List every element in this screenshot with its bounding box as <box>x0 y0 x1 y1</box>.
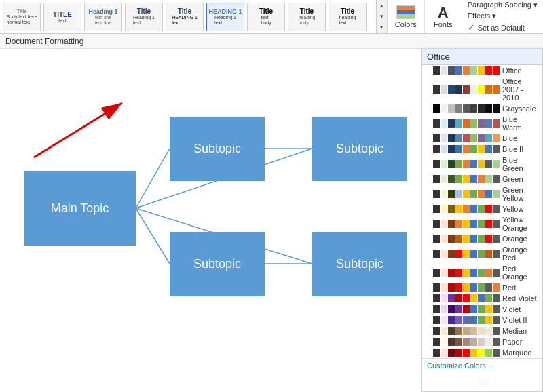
swatch <box>426 305 432 313</box>
swatch <box>493 283 500 292</box>
color-row-12[interactable]: Orange Red <box>422 244 542 263</box>
color-row-15[interactable]: Red Violet <box>422 293 542 304</box>
swatch <box>426 190 432 198</box>
colors-button[interactable]: Colors <box>387 0 424 33</box>
swatch <box>433 316 440 324</box>
effects-label: Effects ▾ <box>468 12 496 20</box>
style-title[interactable]: TITLE text <box>43 3 81 31</box>
color-row-18[interactable]: Median <box>422 326 542 336</box>
swatch <box>470 205 477 213</box>
style-title3[interactable]: Title HEADING 1text <box>166 3 204 31</box>
swatch <box>441 327 447 335</box>
swatch <box>493 349 500 357</box>
color-swatches-0 <box>426 66 500 75</box>
swatch <box>441 283 447 292</box>
style-normal[interactable]: Title Body text herenormal text <box>3 3 41 31</box>
swatch <box>448 294 455 302</box>
set-as-default-btn[interactable]: ✓ Set as Default <box>468 22 538 33</box>
color-row-4[interactable]: Blue <box>422 133 542 144</box>
color-row-14[interactable]: Red <box>422 282 542 293</box>
customize-colors-btn[interactable]: Customize Colors... <box>422 358 542 372</box>
swatch <box>463 269 470 277</box>
swatch <box>478 145 485 153</box>
color-row-8[interactable]: Green Yellow <box>422 184 542 203</box>
swatch <box>493 269 500 277</box>
subtopic3-label: Subtopic <box>193 257 241 271</box>
color-swatches-18 <box>426 327 500 335</box>
color-row-label-18: Median <box>502 327 527 335</box>
swatch <box>478 349 485 357</box>
swatch <box>493 294 500 302</box>
style-title6[interactable]: Title headingbody <box>288 3 326 31</box>
style-heading1[interactable]: Heading 1 text linetext line <box>84 3 122 31</box>
color-row-2[interactable]: Grayscale <box>422 103 542 114</box>
swatch <box>478 250 485 258</box>
subtopic1-box: Subtopic <box>170 117 265 181</box>
swatch <box>448 175 455 183</box>
swatch <box>478 190 485 198</box>
fonts-button[interactable]: A Fonts <box>424 0 462 33</box>
swatch <box>433 283 440 292</box>
swatch <box>463 119 470 128</box>
swatch <box>426 220 432 228</box>
swatch <box>493 338 500 346</box>
color-swatches-11 <box>426 235 500 243</box>
swatch <box>493 190 500 198</box>
swatch <box>448 119 455 128</box>
swatch <box>426 175 432 183</box>
swatch <box>478 85 485 94</box>
color-row-7[interactable]: Green <box>422 174 542 184</box>
color-row-label-8: Green Yellow <box>502 186 538 202</box>
color-row-label-20: Marquee <box>502 349 531 357</box>
swatch <box>463 175 470 183</box>
swatch <box>478 294 485 302</box>
gallery-scroll[interactable]: ▲ ▼ ▾ <box>376 0 387 33</box>
color-row-3[interactable]: Blue Warm <box>422 114 542 133</box>
color-row-1[interactable]: Office 2007 - 2010 <box>422 76 542 103</box>
style-gallery[interactable]: Title Body text herenormal text TITLE te… <box>0 0 376 33</box>
color-row-11[interactable]: Orange <box>422 233 542 244</box>
main-area: Main Topic Subtopic Subtopic Subtopic Su… <box>0 49 543 392</box>
subtopic2-box: Subtopic <box>312 117 407 181</box>
color-row-0[interactable]: Office <box>422 65 542 76</box>
color-row-9[interactable]: Yellow <box>422 203 542 214</box>
swatch <box>463 283 470 292</box>
color-row-19[interactable]: Paper <box>422 336 542 347</box>
swatch <box>478 220 485 228</box>
swatch <box>493 160 500 168</box>
color-row-5[interactable]: Blue II <box>422 144 542 155</box>
color-row-10[interactable]: Yellow Orange <box>422 214 542 233</box>
style-title2[interactable]: Title Heading 1text <box>125 3 163 31</box>
swatch <box>426 283 432 292</box>
swatch <box>493 316 500 324</box>
color-row-16[interactable]: Violet <box>422 304 542 315</box>
more-dots: .... <box>422 372 542 383</box>
swatch <box>478 269 485 277</box>
swatch <box>485 160 492 168</box>
style-title4[interactable]: HEADING 1 Heading 1text <box>206 3 244 31</box>
swatch <box>470 66 477 75</box>
swatch <box>463 145 470 153</box>
style-title7[interactable]: Title headingtext <box>329 3 367 31</box>
color-row-13[interactable]: Red Orange <box>422 263 542 282</box>
color-row-20[interactable]: Marquee <box>422 347 542 358</box>
color-row-17[interactable]: Violet II <box>422 315 542 326</box>
subtopic3-box: Subtopic <box>170 232 265 296</box>
swatch <box>493 66 500 75</box>
color-row-label-2: Grayscale <box>502 104 536 113</box>
effects-btn[interactable]: Effects ▾ <box>468 12 538 20</box>
doc-format-label: Document Formatting <box>5 37 83 46</box>
color-row-6[interactable]: Blue Green <box>422 155 542 174</box>
swatch <box>463 338 470 346</box>
swatch <box>426 205 432 213</box>
color-swatches-15 <box>426 294 500 302</box>
swatch <box>493 205 500 213</box>
swatch <box>441 305 447 313</box>
swatch <box>463 327 470 335</box>
style-title5[interactable]: Title textbody <box>247 3 285 31</box>
paragraph-spacing-btn[interactable]: Paragraph Spacing ▾ <box>468 1 538 9</box>
swatch <box>463 190 470 198</box>
color-swatches-2 <box>426 104 500 113</box>
swatch <box>433 104 440 113</box>
swatch <box>448 160 455 168</box>
